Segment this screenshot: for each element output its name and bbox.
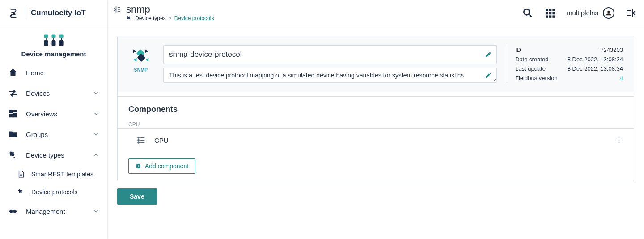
content: SNMP ID7243203 Date created8 Dec 2022, 1… [107,26,644,239]
plug-icon [8,150,18,160]
svg-point-23 [607,10,610,13]
svg-rect-1 [52,34,56,38]
meta-fieldbus-value: 4 [620,75,623,81]
arrows-icon [8,88,18,98]
nav-overviews[interactable]: Overviews [0,103,107,124]
topbar-right: multiplelns [522,7,637,19]
chevron-down-icon [93,208,99,214]
home-icon [8,68,18,77]
nav-management[interactable]: Management [0,201,107,222]
nav-label: Devices [26,90,93,97]
protocol-description-input[interactable] [164,68,496,82]
save-row: Save [117,188,634,205]
save-button[interactable]: Save [117,188,157,205]
chevron-up-icon [93,152,99,158]
components-title: Components [118,97,634,116]
svg-point-30 [619,140,619,141]
user-menu[interactable]: multiplelns [567,7,614,19]
nav-label: Device protocols [31,188,99,196]
sidebar: Cumulocity IoT Device management Home [0,0,107,239]
svg-point-13 [524,9,530,15]
breadcrumb: Device types > Device protocols [126,15,214,21]
protocol-name-input[interactable] [164,46,496,64]
brand-name: Cumulocity IoT [31,9,86,17]
svg-point-27 [138,140,139,141]
add-component-label: Add component [145,162,189,170]
add-component-row: Add component [118,151,634,181]
nav-label: SmartREST templates [31,171,99,178]
svg-rect-17 [546,12,548,14]
svg-rect-4 [52,40,56,46]
breadcrumb-separator: > [169,15,172,21]
user-name: multiplelns [567,9,598,17]
nav-smartrest-templates[interactable]: SmartREST templates [0,165,107,183]
protocol-card: SNMP ID7243203 Date created8 Dec 2022, 1… [117,36,634,181]
dashboard-icon [8,109,18,119]
topbar-left: snmp Device types > Device protocols [113,4,214,21]
nav-devices[interactable]: Devices [0,83,107,103]
svg-rect-21 [549,15,551,17]
file-code-icon [17,170,25,178]
protocol-name-field [163,45,497,64]
kebab-menu-icon[interactable] [615,136,623,144]
breadcrumb-leaf-link[interactable]: Device protocols [174,15,214,21]
svg-rect-0 [44,34,48,38]
main: snmp Device types > Device protocols mul… [107,0,644,239]
component-row-label: CPU [154,137,169,144]
device-management-icon [41,32,66,48]
apps-button[interactable] [544,7,556,19]
handshake-icon [8,206,18,216]
collapse-sidebar-button[interactable] [113,5,122,14]
add-component-button[interactable]: Add component [128,158,195,174]
nav-label: Device types [26,151,93,159]
svg-rect-11 [13,113,17,117]
nav-device-types[interactable]: Device types [0,145,107,165]
svg-point-26 [138,137,139,138]
protocol-header: SNMP ID7243203 Date created8 Dec 2022, 1… [118,36,634,92]
brand-divider [25,7,25,19]
protocol-meta: ID7243203 Date created8 Dec 2022, 13:08:… [507,45,623,83]
meta-created-label: Date created [515,56,548,63]
meta-fieldbus-label: Fieldbus version [515,75,558,81]
plus-circle-icon [135,163,141,169]
nav-groups[interactable]: Groups [0,124,107,145]
edit-icon[interactable] [485,51,492,58]
nav-device-protocols[interactable]: Device protocols [0,183,107,201]
avatar-icon [603,7,614,19]
page-title: snmp [126,4,150,14]
protocol-type-label: SNMP [134,68,148,73]
svg-point-28 [138,142,139,143]
edit-icon[interactable] [485,72,492,79]
context-block: Device management [0,26,107,62]
svg-rect-16 [553,9,555,11]
svg-rect-5 [59,40,64,46]
right-drawer-button[interactable] [625,7,637,19]
nav-label: Home [26,69,99,77]
svg-point-29 [619,137,619,138]
chevron-down-icon [93,131,99,137]
svg-rect-15 [549,9,551,11]
nav-label: Groups [26,131,93,138]
chevron-down-icon [93,90,99,96]
svg-rect-3 [44,40,48,46]
svg-rect-9 [9,110,13,113]
brand-logo-icon [7,7,20,19]
protocol-description-field [163,68,497,83]
plug-icon [126,15,132,21]
search-button[interactable] [522,7,534,19]
svg-rect-14 [546,9,548,11]
nav-home[interactable]: Home [0,62,107,83]
svg-rect-10 [13,110,17,112]
meta-updated-value: 8 Dec 2022, 13:08:34 [568,65,623,72]
svg-rect-20 [546,15,548,17]
plug-small-icon [17,188,25,196]
svg-rect-18 [549,12,551,14]
nav-label: Overviews [26,110,93,118]
protocol-form [163,45,497,83]
breadcrumb-root: Device types [135,15,166,21]
snmp-protocol-icon [131,45,151,66]
component-group-label: CPU [118,116,634,128]
list-icon [136,135,146,145]
svg-rect-19 [553,12,555,14]
component-row[interactable]: CPU [118,128,634,151]
